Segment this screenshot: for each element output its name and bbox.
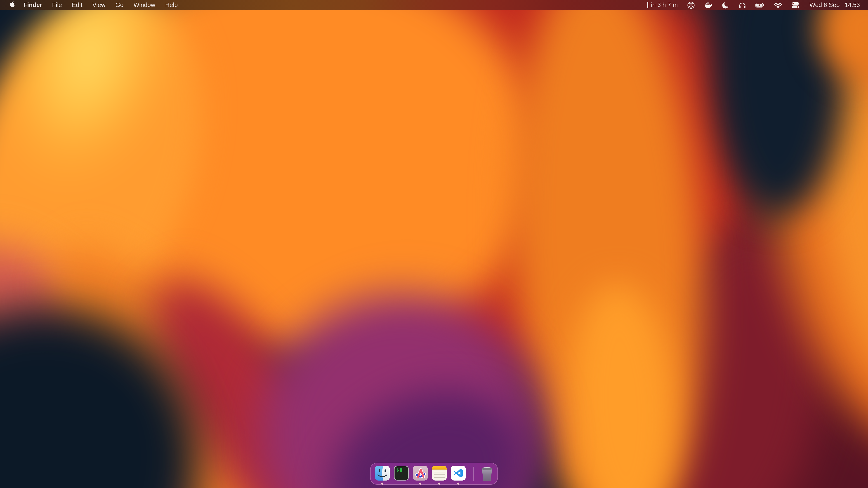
arc-browser-icon: [413, 466, 428, 481]
dock-trash[interactable]: [481, 466, 493, 485]
dock-notes[interactable]: [432, 466, 447, 485]
countdown-label: in 3 h 7 m: [651, 2, 678, 8]
notes-rule-line: [434, 477, 445, 478]
dock-vscode[interactable]: [451, 466, 466, 485]
timer-bar-icon: [647, 2, 648, 8]
dock-finder[interactable]: [375, 466, 390, 485]
desktop: Finder File Edit View Go Window Help in …: [0, 0, 868, 488]
running-indicator: [419, 483, 421, 485]
moon-focus-icon[interactable]: [717, 0, 734, 10]
notes-icon: [432, 466, 447, 481]
dock-arc[interactable]: [413, 466, 428, 485]
battery-charging-icon[interactable]: [751, 0, 769, 10]
dock-separator: [473, 467, 474, 481]
terminal-icon: $: [394, 466, 409, 481]
finder-icon: [375, 466, 390, 481]
menu-help[interactable]: Help: [160, 0, 183, 10]
notes-header-band: [432, 466, 447, 469]
running-indicator: [438, 483, 440, 485]
menu-window[interactable]: Window: [129, 0, 160, 10]
running-indicator: [381, 483, 383, 485]
menu-go[interactable]: Go: [111, 0, 129, 10]
clock-date: Wed 6 Sep: [809, 2, 839, 8]
vscode-icon: [451, 466, 466, 481]
running-indicator: [457, 483, 459, 485]
1password-icon[interactable]: [682, 0, 700, 10]
control-center-icon[interactable]: [787, 0, 804, 10]
trash-rim: [482, 467, 493, 470]
terminal-prompt: $: [397, 467, 399, 473]
menu-edit[interactable]: Edit: [67, 0, 88, 10]
wallpaper: [0, 0, 868, 488]
dock-terminal[interactable]: $: [394, 466, 409, 485]
terminal-cursor: [400, 468, 402, 472]
menu-app-name[interactable]: Finder: [19, 0, 47, 10]
menu-file[interactable]: File: [47, 0, 67, 10]
calendar-countdown[interactable]: in 3 h 7 m: [643, 0, 683, 10]
dock: $: [370, 463, 498, 485]
wifi-icon[interactable]: [769, 0, 787, 10]
notes-rule-line: [434, 472, 445, 473]
apple-logo-icon: [9, 1, 15, 9]
menu-bar-status: in 3 h 7 m: [643, 0, 860, 10]
docker-icon[interactable]: [700, 0, 717, 10]
headphones-icon[interactable]: [734, 0, 751, 10]
menu-bar-clock[interactable]: Wed 6 Sep 14:53: [804, 2, 860, 8]
menu-view[interactable]: View: [88, 0, 111, 10]
apple-menu[interactable]: [6, 0, 19, 10]
clock-time: 14:53: [844, 2, 860, 8]
menu-bar: Finder File Edit View Go Window Help in …: [0, 0, 868, 10]
notes-rule-line: [434, 475, 445, 475]
menu-bar-left: Finder File Edit View Go Window Help: [6, 0, 183, 10]
